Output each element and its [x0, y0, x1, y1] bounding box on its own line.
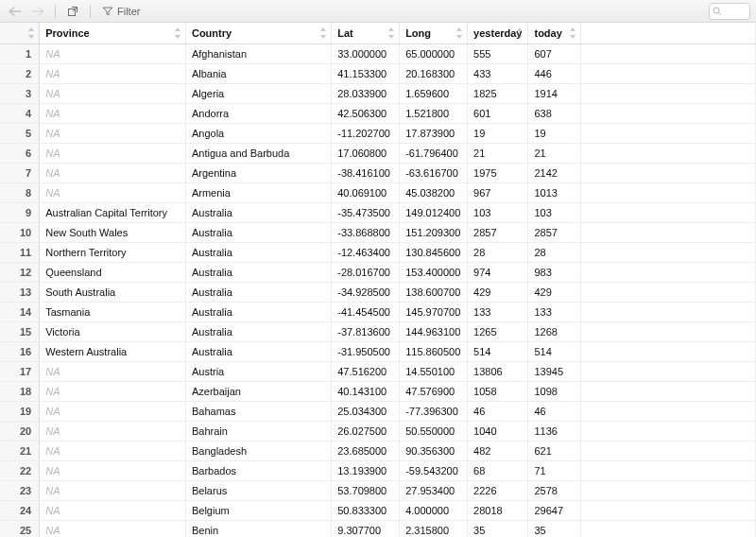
data-grid[interactable]: Province Country Lat Long yesterday toda…: [0, 23, 756, 537]
col-label: today: [534, 27, 561, 39]
filter-button[interactable]: Filter: [98, 6, 144, 17]
table-row[interactable]: 14TasmaniaAustralia-41.454500145.9707001…: [0, 302, 756, 321]
col-label: Country: [192, 27, 232, 39]
cell-pad: [581, 242, 756, 262]
cell-long: 153.400000: [400, 262, 468, 282]
cell-yesterday: 21: [468, 143, 528, 163]
table-row[interactable]: 5NAAngola-11.20270017.8739001919: [0, 123, 756, 143]
table-row[interactable]: 12QueenslandAustralia-28.016700153.40000…: [0, 262, 756, 282]
table-row[interactable]: 6NAAntigua and Barbuda17.060800-61.79640…: [0, 143, 756, 163]
table-row[interactable]: 7NAArgentina-38.416100-63.61670019752142: [0, 163, 756, 182]
col-header-lat[interactable]: Lat: [332, 23, 400, 43]
table-row[interactable]: 1NAAfghanistan33.00000065.000000555607: [0, 43, 756, 63]
cell-province: Australian Capital Territory: [40, 202, 186, 222]
arrow-left-icon: [9, 7, 22, 16]
row-number: 4: [0, 103, 40, 123]
row-number: 16: [0, 341, 40, 361]
cell-lat: 9.307700: [332, 520, 400, 537]
cell-yesterday: 35: [468, 520, 528, 537]
table-row[interactable]: 15VictoriaAustralia-37.813600144.9631001…: [0, 321, 756, 341]
col-header-today[interactable]: today: [528, 23, 581, 43]
cell-long: 2.315800: [400, 520, 468, 537]
table-row[interactable]: 9Australian Capital TerritoryAustralia-3…: [0, 202, 756, 222]
na-value: NA: [45, 465, 60, 476]
cell-province: Northern Territory: [40, 242, 186, 262]
cell-province: NA: [40, 63, 186, 83]
table-row[interactable]: 11Northern TerritoryAustralia-12.4634001…: [0, 242, 756, 262]
table-row[interactable]: 8NAArmenia40.06910045.0382009671013: [0, 182, 756, 202]
cell-province: NA: [40, 163, 186, 182]
cell-lat: -31.950500: [332, 341, 400, 361]
col-header-country[interactable]: Country: [185, 23, 331, 43]
cell-province: NA: [40, 500, 186, 520]
na-value: NA: [45, 386, 60, 397]
cell-yesterday: 28: [468, 242, 528, 262]
cell-long: 144.963100: [400, 321, 468, 341]
table-row[interactable]: 16Western AustraliaAustralia-31.95050011…: [0, 341, 756, 361]
cell-long: -61.796400: [400, 143, 468, 163]
cell-today: 2578: [528, 480, 581, 500]
table-row[interactable]: 23NABelarus53.70980027.95340022262578: [0, 480, 756, 500]
row-number: 8: [0, 182, 40, 202]
col-header-province[interactable]: Province: [40, 23, 186, 43]
col-label: Province: [45, 27, 89, 39]
table-row[interactable]: 19NABahamas25.034300-77.3963004646: [0, 401, 756, 421]
cell-lat: -35.473500: [332, 202, 400, 222]
table-row[interactable]: 24NABelgium50.8333004.0000002801829647: [0, 500, 756, 520]
cell-lat: 17.060800: [332, 143, 400, 163]
table-row[interactable]: 10New South WalesAustralia-33.868800151.…: [0, 222, 756, 242]
cell-long: -77.396300: [400, 401, 468, 421]
cell-country: Bangladesh: [185, 441, 331, 460]
cell-long: -63.616700: [400, 163, 468, 182]
cell-pad: [581, 282, 756, 302]
cell-yesterday: 46: [468, 401, 528, 421]
cell-pad: [581, 520, 756, 537]
table-row[interactable]: 13South AustraliaAustralia-34.928500138.…: [0, 282, 756, 302]
col-header-yesterday[interactable]: yesterday: [468, 23, 528, 43]
cell-lat: 40.143100: [332, 381, 400, 401]
table-row[interactable]: 3NAAlgeria28.0339001.65960018251914: [0, 83, 756, 103]
table-row[interactable]: 18NAAzerbaijan40.14310047.57690010581098: [0, 381, 756, 401]
cell-long: -59.543200: [400, 460, 468, 480]
table-row[interactable]: 25NABenin9.3077002.3158003535: [0, 520, 756, 537]
table-row[interactable]: 4NAAndorra42.5063001.521800601638: [0, 103, 756, 123]
cell-today: 103: [528, 202, 581, 222]
na-value: NA: [45, 505, 60, 516]
sort-icon: [175, 27, 182, 39]
table-row[interactable]: 21NABangladesh23.68500090.356300482621: [0, 441, 756, 460]
cell-country: Australia: [185, 282, 331, 302]
cell-lat: -28.016700: [332, 262, 400, 282]
cell-pad: [581, 500, 756, 520]
toolbar-separator: [55, 5, 56, 18]
search-input[interactable]: [709, 3, 750, 20]
filter-label: Filter: [117, 6, 140, 17]
table-row[interactable]: 22NABarbados13.193900-59.5432006871: [0, 460, 756, 480]
table-row[interactable]: 17NAAustria47.51620014.5501001380613945: [0, 361, 756, 381]
col-header-long[interactable]: Long: [400, 23, 468, 43]
row-number: 3: [0, 83, 40, 103]
col-header-rownum[interactable]: [0, 23, 40, 43]
back-button[interactable]: [6, 3, 25, 20]
forward-button[interactable]: [28, 3, 47, 20]
sort-icon: [456, 27, 464, 39]
cell-yesterday: 2226: [468, 480, 528, 500]
na-value: NA: [45, 108, 60, 119]
open-window-button[interactable]: [63, 3, 82, 20]
cell-province: NA: [40, 421, 186, 441]
cell-pad: [581, 361, 756, 381]
table-row[interactable]: 20NABahrain26.02750050.55000010401136: [0, 421, 756, 441]
na-value: NA: [45, 167, 60, 179]
col-label: Lat: [337, 27, 353, 39]
cell-pad: [581, 460, 756, 480]
toolbar-left: Filter: [6, 3, 144, 20]
cell-province: Western Australia: [40, 341, 186, 361]
cell-today: 621: [528, 441, 581, 460]
table-row[interactable]: 2NAAlbania41.15330020.168300433446: [0, 63, 756, 83]
cell-today: 983: [528, 262, 581, 282]
cell-yesterday: 482: [468, 441, 528, 460]
cell-yesterday: 2857: [468, 222, 528, 242]
na-value: NA: [45, 485, 60, 496]
cell-pad: [581, 182, 756, 202]
cell-lat: 47.516200: [332, 361, 400, 381]
cell-long: 115.860500: [400, 341, 468, 361]
